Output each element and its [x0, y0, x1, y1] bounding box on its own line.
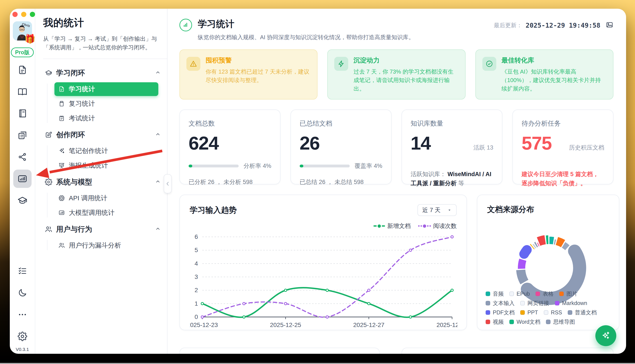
bolt-icon [337, 60, 345, 68]
export-image-button[interactable] [606, 21, 614, 30]
source-legend-item-PDF文档[interactable]: PDF文档 [486, 309, 514, 316]
rail-flashcards-button[interactable] [13, 126, 32, 144]
stat-footer: 已总结 26 ， 未总结 598 [300, 178, 382, 187]
legend-item-新增文档[interactable]: 新增文档 [374, 222, 411, 230]
sidebar-item-复习统计[interactable]: 复习统计 [54, 97, 158, 110]
rail-dark-mode-button[interactable] [13, 284, 32, 302]
stat-label: 知识库数量 [411, 119, 494, 128]
sidebar-title: 我的统计 [43, 16, 163, 30]
legend-item-阅读次数[interactable]: 阅读次数 [418, 222, 457, 230]
close-window-button[interactable] [12, 12, 18, 17]
stat-side-label: 活跃 13 [474, 144, 494, 152]
checklist-icon [18, 266, 27, 276]
avatar[interactable]: Chris 🎁 [13, 21, 32, 40]
notebook-icon [18, 108, 28, 118]
rail-settings-button[interactable] [13, 327, 32, 346]
banner-title: 囤积预警 [206, 56, 310, 65]
trend-legend: 新增文档阅读次数 [190, 222, 457, 230]
legend-label: EPub [516, 291, 530, 297]
legend-label: 音频 [493, 290, 504, 298]
pro-badge: Pro版 [11, 48, 34, 57]
rail-library-button[interactable] [13, 82, 32, 101]
rail-more-button[interactable] [13, 306, 32, 324]
source-legend-item-网页链接[interactable]: 网页链接 [520, 300, 549, 307]
svg-text:2025-12-27: 2025-12-27 [353, 322, 384, 328]
stat-card-文档总数: 文档总数624分析率 4%已分析 26 ， 未分析 598 [180, 110, 280, 184]
legend-swatch [486, 301, 490, 306]
source-legend-item-EPub[interactable]: EPub [509, 291, 530, 297]
legend-label: RSS [551, 309, 562, 316]
legend-swatch [555, 301, 560, 306]
sidebar-item-笔记创作统计[interactable]: 笔记创作统计 [54, 144, 158, 158]
sidebar-section-label: 用户与行为 [56, 224, 151, 234]
source-legend-item-Markdown[interactable]: Markdown [555, 300, 587, 306]
stat-card-知识库数量: 知识库数量14活跃 13活跃知识库： WiseMindAI / AI工具派 / … [402, 110, 502, 184]
svg-text:1: 1 [194, 300, 198, 307]
sidebar-item-海报生成统计[interactable]: 海报生成统计 [54, 159, 158, 172]
source-legend-item-视频[interactable]: 视频 [486, 318, 504, 326]
graduation-cap-icon [45, 69, 52, 77]
sidebar-item-大模型调用统计[interactable]: 大模型调用统计 [54, 206, 158, 220]
svg-text:2025-12-25: 2025-12-25 [270, 322, 301, 328]
bar-chart-icon [58, 210, 65, 216]
legend-label: PPT [528, 309, 538, 316]
sidebar-item-考试统计[interactable]: 考试统计 [54, 112, 158, 125]
source-legend-item-文本输入[interactable]: 文本输入 [486, 300, 514, 307]
source-legend-item-思维导图[interactable]: 思维导图 [546, 318, 575, 326]
rail-share-button[interactable] [13, 148, 32, 166]
legend-label: 视频 [493, 318, 504, 326]
sidebar-item-label: 用户行为漏斗分析 [69, 241, 121, 250]
sidebar-section-header-0[interactable]: 学习闭环 [43, 65, 163, 82]
legend-label: 思维导图 [553, 318, 575, 326]
app-version: V0.3.1 [16, 347, 29, 352]
sidebar-section-header-1[interactable]: 创作闭环 [43, 126, 163, 143]
zoom-window-button[interactable] [30, 12, 35, 17]
cards-icon [18, 130, 28, 140]
sidebar-item-API 调用统计[interactable]: API 调用统计 [54, 191, 158, 205]
share-nodes-icon [18, 152, 27, 162]
sidebar-item-label: 笔记创作统计 [69, 146, 108, 156]
stat-value: 26 [300, 134, 320, 152]
trend-chart-title: 学习输入趋势 [190, 205, 237, 216]
app-window: Chris 🎁 Pro版 V0.3.1 我的统计 从「学习 → 复习 → 考试」… [10, 9, 626, 354]
caret-down-icon [447, 208, 452, 212]
sidebar-collapse-button[interactable] [164, 174, 172, 193]
source-legend-item-图片[interactable]: 图片 [559, 290, 577, 298]
clipboard-check-icon [58, 115, 65, 122]
rail-documents-button[interactable] [13, 61, 32, 79]
sidebar-item-label: 大模型调用统计 [69, 208, 114, 217]
source-legend-item-RSS[interactable]: RSS [544, 309, 562, 316]
sidebar-item-label: API 调用统计 [69, 194, 107, 203]
source-legend-item-表格[interactable]: 表格 [536, 290, 554, 298]
bar-chart-icon [17, 174, 28, 184]
rail-tasks-button[interactable] [13, 262, 32, 280]
rail-statistics-button[interactable] [13, 170, 32, 188]
sidebar-item-用户行为漏斗分析[interactable]: 用户行为漏斗分析 [54, 238, 158, 252]
sidebar-section-header-3[interactable]: 用户与行为 [43, 221, 163, 238]
sidebar-item-label: 考试统计 [69, 114, 95, 123]
rail-notebook-button[interactable] [13, 104, 32, 122]
minimize-window-button[interactable] [21, 12, 26, 17]
sidebar-section: 用户与行为用户行为漏斗分析 [43, 221, 163, 252]
stats-circle-icon [180, 19, 192, 31]
source-legend-item-音频[interactable]: 音频 [486, 290, 504, 298]
rail-learning-button[interactable] [13, 191, 32, 210]
book-open-icon [18, 87, 28, 97]
source-legend-item-普通文档[interactable]: 普通文档 [568, 309, 597, 316]
insight-banners: 囤积预警你有 123 篇文档已超过 7 天未分析，建议尽快安排阅读与整理。沉淀动… [180, 50, 614, 100]
conversion-card: 知识沉淀转化率 [402, 348, 614, 354]
source-legend-item-PPT[interactable]: PPT [520, 309, 538, 316]
sparkles-fab-icon [601, 331, 611, 341]
date-range-select[interactable]: 近 7 天 [418, 204, 457, 216]
ai-assistant-fab[interactable] [595, 325, 616, 346]
legend-label: PDF文档 [493, 309, 514, 316]
sidebar-item-学习统计[interactable]: 学习统计 [54, 82, 158, 96]
source-legend-item-Word文档[interactable]: Word文档 [509, 318, 540, 326]
sidebar-item-label: 海报生成统计 [69, 161, 108, 170]
banner-text: 你有 123 篇文档已超过 7 天未分析，建议尽快安排阅读与整理。 [206, 68, 310, 84]
page-subtitle: 纵览你的文档输入规模、AI 协同深度与知识沉淀转化情况，帮助你打造高质量知识库。 [198, 34, 414, 41]
sidebar-section-header-2[interactable]: 系统与模型 [43, 174, 163, 190]
chevron-up-icon [155, 131, 161, 137]
warning-triangle-icon [190, 60, 197, 68]
image-icon [606, 21, 614, 29]
